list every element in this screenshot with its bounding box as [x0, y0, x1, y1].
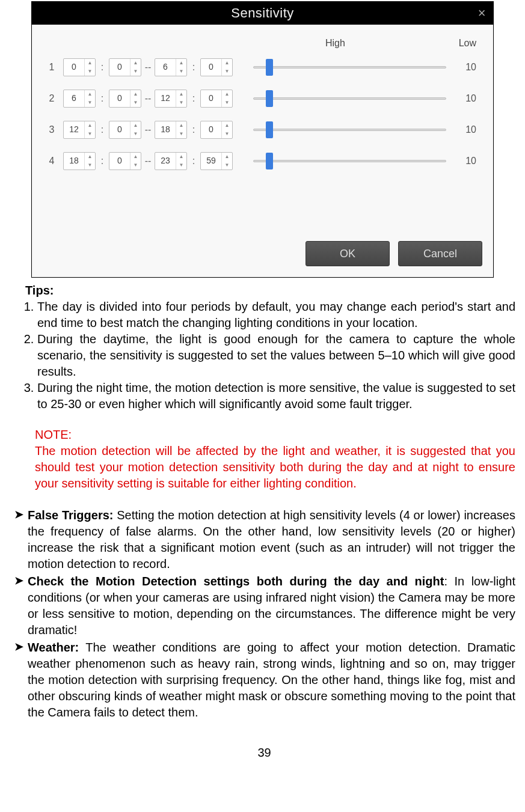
- chevron-up-icon[interactable]: ▲: [222, 153, 232, 161]
- start-hour-stepper[interactable]: 12 ▲ ▼: [63, 121, 96, 139]
- chevron-down-icon[interactable]: ▼: [85, 161, 95, 169]
- chevron-down-icon[interactable]: ▼: [222, 161, 232, 169]
- bullet-arrow-icon: ➤: [10, 573, 28, 588]
- slider-track[interactable]: [253, 97, 446, 100]
- chevron-up-icon[interactable]: ▲: [222, 59, 232, 67]
- stepper-arrows[interactable]: ▲ ▼: [176, 59, 186, 76]
- slider-thumb[interactable]: [266, 59, 273, 76]
- chevron-down-icon[interactable]: ▼: [130, 130, 141, 138]
- start-min-stepper[interactable]: 0 ▲ ▼: [109, 90, 141, 108]
- slider-thumb[interactable]: [266, 153, 273, 169]
- chevron-up-icon[interactable]: ▲: [85, 121, 95, 130]
- stepper-arrows[interactable]: ▲ ▼: [130, 121, 141, 138]
- cancel-button[interactable]: Cancel: [398, 241, 482, 266]
- stepper-arrows[interactable]: ▲ ▼: [176, 153, 186, 169]
- tips-list: The day is divided into four periods by …: [23, 299, 515, 412]
- stepper-arrows[interactable]: ▲ ▼: [84, 90, 95, 107]
- start-hour-stepper-value: 0: [64, 59, 84, 76]
- chevron-up-icon[interactable]: ▲: [130, 90, 141, 99]
- stepper-arrows[interactable]: ▲ ▼: [221, 121, 232, 138]
- time-period-row: 1 0 ▲ ▼ : 0 ▲ ▼ -- 6 ▲ ▼ : 0 ▲ ▼ 10: [43, 58, 482, 76]
- chevron-down-icon[interactable]: ▼: [85, 99, 95, 107]
- close-icon[interactable]: ×: [478, 4, 486, 22]
- chevron-down-icon[interactable]: ▼: [222, 67, 232, 76]
- stepper-arrows[interactable]: ▲ ▼: [221, 90, 232, 107]
- chevron-down-icon[interactable]: ▼: [222, 99, 232, 107]
- chevron-down-icon[interactable]: ▼: [176, 99, 186, 107]
- time-period-row: 3 12 ▲ ▼ : 0 ▲ ▼ -- 18 ▲ ▼ : 0 ▲ ▼ 10: [43, 121, 482, 139]
- slider-thumb[interactable]: [266, 90, 273, 107]
- colon-separator: :: [189, 92, 198, 105]
- end-hour-stepper[interactable]: 12 ▲ ▼: [155, 90, 187, 108]
- start-hour-stepper[interactable]: 0 ▲ ▼: [63, 58, 96, 76]
- chevron-up-icon[interactable]: ▲: [85, 153, 95, 161]
- chevron-up-icon[interactable]: ▲: [130, 121, 141, 130]
- start-min-stepper[interactable]: 0 ▲ ▼: [109, 152, 141, 170]
- chevron-down-icon[interactable]: ▼: [176, 130, 186, 138]
- bullet-item: ➤False Triggers: Setting the motion dete…: [10, 507, 515, 572]
- end-min-stepper[interactable]: 0 ▲ ▼: [200, 58, 233, 76]
- chevron-up-icon[interactable]: ▲: [176, 90, 186, 99]
- chevron-up-icon[interactable]: ▲: [176, 121, 186, 130]
- bullet-text: Weather: The weather conditions are goin…: [28, 640, 515, 721]
- stepper-arrows[interactable]: ▲ ▼: [176, 90, 186, 107]
- bullet-arrow-icon: ➤: [10, 507, 28, 522]
- stepper-arrows[interactable]: ▲ ▼: [130, 90, 141, 107]
- sensitivity-slider[interactable]: 10: [253, 90, 476, 108]
- chevron-down-icon[interactable]: ▼: [85, 67, 95, 76]
- ok-button[interactable]: OK: [305, 241, 390, 266]
- chevron-up-icon[interactable]: ▲: [130, 153, 141, 161]
- sensitivity-slider[interactable]: 10: [253, 58, 476, 76]
- slider-track[interactable]: [253, 160, 446, 162]
- start-min-stepper[interactable]: 0 ▲ ▼: [109, 58, 141, 76]
- end-hour-stepper-value: 18: [155, 121, 176, 138]
- end-hour-stepper[interactable]: 23 ▲ ▼: [155, 152, 187, 170]
- end-min-stepper[interactable]: 0 ▲ ▼: [200, 121, 233, 139]
- chevron-down-icon[interactable]: ▼: [130, 67, 141, 76]
- colon-separator: :: [98, 123, 106, 136]
- slider-thumb[interactable]: [266, 121, 273, 138]
- chevron-down-icon[interactable]: ▼: [130, 99, 141, 107]
- chevron-up-icon[interactable]: ▲: [85, 59, 95, 67]
- chevron-up-icon[interactable]: ▲: [85, 90, 95, 99]
- chevron-down-icon[interactable]: ▼: [130, 161, 141, 169]
- chevron-down-icon[interactable]: ▼: [85, 130, 95, 138]
- end-min-stepper[interactable]: 59 ▲ ▼: [200, 152, 233, 170]
- end-min-stepper-value: 0: [201, 59, 221, 76]
- stepper-arrows[interactable]: ▲ ▼: [221, 153, 232, 169]
- chevron-up-icon[interactable]: ▲: [222, 121, 232, 130]
- colon-separator: :: [189, 154, 198, 168]
- stepper-arrows[interactable]: ▲ ▼: [176, 121, 186, 138]
- chevron-up-icon[interactable]: ▲: [176, 153, 186, 161]
- stepper-arrows[interactable]: ▲ ▼: [84, 59, 95, 76]
- end-hour-stepper-value: 6: [155, 59, 176, 76]
- bullet-lead: False Triggers:: [28, 508, 117, 522]
- chevron-down-icon[interactable]: ▼: [176, 161, 186, 169]
- end-hour-stepper[interactable]: 18 ▲ ▼: [155, 121, 187, 139]
- chevron-down-icon[interactable]: ▼: [222, 130, 232, 138]
- dialog-body: High Low 1 0 ▲ ▼ : 0 ▲ ▼ -- 6 ▲ ▼ : 0 ▲ …: [32, 25, 493, 277]
- stepper-arrows[interactable]: ▲ ▼: [84, 121, 95, 138]
- start-min-stepper[interactable]: 0 ▲ ▼: [109, 121, 141, 139]
- chevron-up-icon[interactable]: ▲: [130, 59, 141, 67]
- start-hour-stepper[interactable]: 6 ▲ ▼: [63, 90, 96, 108]
- end-hour-stepper[interactable]: 6 ▲ ▼: [155, 58, 187, 76]
- stepper-arrows[interactable]: ▲ ▼: [221, 59, 232, 76]
- chevron-down-icon[interactable]: ▼: [176, 67, 186, 76]
- stepper-arrows[interactable]: ▲ ▼: [84, 153, 95, 169]
- bullet-arrow-icon: ➤: [10, 640, 28, 654]
- chevron-up-icon[interactable]: ▲: [222, 90, 232, 99]
- slider-track[interactable]: [253, 66, 446, 69]
- end-min-stepper[interactable]: 0 ▲ ▼: [200, 90, 233, 108]
- bullet-lead: Check the Motion Detection settings both…: [28, 575, 444, 588]
- slider-track[interactable]: [253, 129, 446, 131]
- row-index: 2: [43, 92, 61, 105]
- sensitivity-slider[interactable]: 10: [253, 121, 476, 139]
- stepper-arrows[interactable]: ▲ ▼: [130, 59, 141, 76]
- chevron-up-icon[interactable]: ▲: [176, 59, 186, 67]
- tip-item: During the night time, the motion detect…: [37, 380, 515, 412]
- stepper-arrows[interactable]: ▲ ▼: [130, 153, 141, 169]
- tip-item: During the daytime, the light is good en…: [37, 331, 515, 380]
- sensitivity-slider[interactable]: 10: [253, 152, 476, 170]
- start-hour-stepper[interactable]: 18 ▲ ▼: [63, 152, 96, 170]
